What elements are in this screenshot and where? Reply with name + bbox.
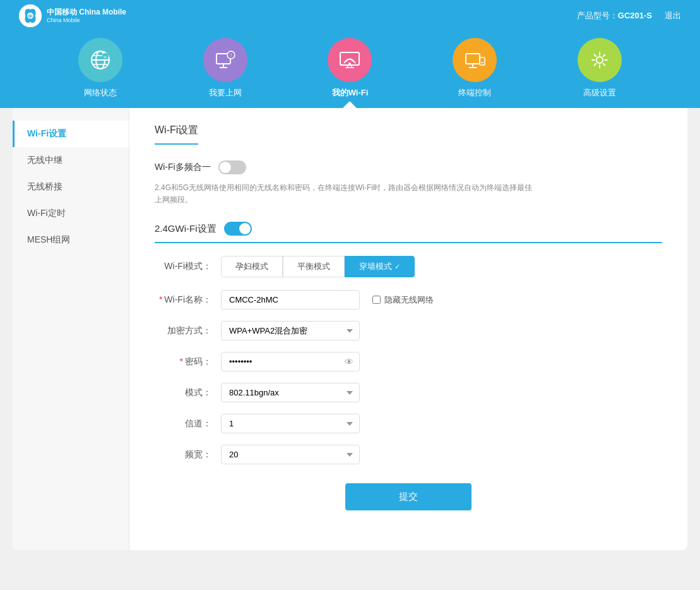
- band24-header: 2.4GWi-Fi设置: [155, 222, 662, 243]
- bandwidth-row: 频宽： 20 40 20/40: [155, 445, 662, 464]
- hide-wifi-row: 隐藏无线网络: [372, 294, 434, 306]
- nav-advanced[interactable]: 高级设置: [562, 38, 638, 108]
- svg-text:✏: ✏: [104, 55, 107, 59]
- mode-row: 模式： 802.11bgn/ax 802.11bgn 802.11n: [155, 383, 662, 402]
- bandwidth-label: 频宽：: [155, 449, 211, 461]
- nav-internet-icon: ↑: [203, 38, 247, 82]
- logo-area: 中 中国移动 China Mobile China Mobile: [19, 4, 126, 27]
- sidebar-item-wifi-timer[interactable]: Wi-Fi定时: [13, 200, 129, 227]
- mode-btn-balance[interactable]: 平衡模式: [283, 256, 345, 277]
- sidebar-item-mesh[interactable]: MESH组网: [13, 227, 129, 253]
- wifi-name-label: *Wi-Fi名称：: [155, 294, 211, 306]
- wifi-name-row: *Wi-Fi名称： 隐藏无线网络: [155, 290, 662, 310]
- band24-label: 2.4GWi-Fi设置: [155, 223, 217, 235]
- mode-select[interactable]: 802.11bgn/ax 802.11bgn 802.11n: [221, 383, 360, 402]
- product-info: 产品型号：GC201-S: [577, 10, 652, 21]
- svg-rect-22: [466, 54, 480, 64]
- mode-btn-mother[interactable]: 孕妇模式: [221, 256, 283, 277]
- logo-en-text: China Mobile: [47, 17, 126, 24]
- encrypt-select[interactable]: WPA+WPA2混合加密 WPA2 WPA 不加密: [221, 321, 360, 340]
- nav-advanced-label: 高级设置: [583, 87, 616, 99]
- svg-text:↑: ↑: [229, 52, 232, 58]
- password-label: *密码：: [155, 356, 211, 368]
- eye-icon[interactable]: 👁: [345, 357, 353, 367]
- page-title: Wi-Fi设置: [155, 124, 198, 145]
- svg-text:中: 中: [28, 14, 33, 20]
- mode-buttons-group: 孕妇模式 平衡模式 穿墙模式: [221, 256, 415, 277]
- header-right: 产品型号：GC201-S 退出: [577, 10, 681, 21]
- mode-btn-penetration[interactable]: 穿墙模式: [345, 256, 415, 277]
- nav-terminal-icon: [453, 38, 497, 82]
- wifi-mode-row: Wi-Fi模式： 孕妇模式 平衡模式 穿墙模式: [155, 256, 662, 277]
- svg-rect-25: [480, 57, 485, 65]
- sidebar-item-wireless-relay[interactable]: 无线中继: [13, 147, 129, 174]
- band24-toggle[interactable]: [224, 222, 252, 236]
- submit-button[interactable]: 提交: [345, 483, 472, 510]
- logo-circle: 中: [19, 4, 42, 27]
- mode-label: 模式：: [155, 387, 211, 399]
- multi-band-description: 2.4G和5G无线网络使用相同的无线名称和密码，在终端连接Wi-Fi时，路由器会…: [155, 182, 533, 206]
- main-nav: ✏ 网络状态 ↑ 我要上网: [0, 32, 700, 108]
- china-mobile-logo: 中: [19, 4, 42, 27]
- channel-row: 信道： 1 2 3 4 5 6 7 8 9 10 11 自动: [155, 414, 662, 433]
- svg-point-18: [348, 63, 351, 65]
- password-input[interactable]: [221, 352, 360, 371]
- nav-wifi-label: 我的Wi-Fi: [332, 87, 369, 99]
- encrypt-label: 加密方式：: [155, 325, 211, 337]
- nav-internet[interactable]: ↑ 我要上网: [187, 38, 263, 108]
- multi-band-label: Wi-Fi多频合一: [155, 162, 211, 173]
- multi-band-toggle[interactable]: [218, 160, 246, 174]
- svg-point-27: [596, 57, 603, 63]
- nav-network[interactable]: ✏ 网络状态: [62, 38, 138, 108]
- channel-label: 信道：: [155, 418, 211, 430]
- hide-wifi-checkbox[interactable]: [372, 296, 381, 304]
- nav-network-icon: ✏: [78, 38, 122, 82]
- channel-select[interactable]: 1 2 3 4 5 6 7 8 9 10 11 自动: [221, 414, 360, 433]
- nav-terminal-label: 终端控制: [458, 87, 491, 99]
- nav-network-label: 网络状态: [84, 87, 117, 99]
- wifi-name-input[interactable]: [221, 290, 360, 310]
- nav-terminal[interactable]: 终端控制: [437, 38, 513, 108]
- sidebar: Wi-Fi设置 无线中继 无线桥接 Wi-Fi定时 MESH组网: [13, 108, 129, 550]
- multi-band-row: Wi-Fi多频合一: [155, 160, 662, 174]
- header: 中 中国移动 China Mobile China Mobile 产品型号：GC…: [0, 0, 700, 32]
- password-wrapper: 👁: [221, 352, 360, 371]
- content-area: Wi-Fi设置 Wi-Fi多频合一 2.4G和5G无线网络使用相同的无线名称和密…: [129, 108, 687, 550]
- nav-wifi[interactable]: 我的Wi-Fi: [312, 38, 388, 108]
- nav-advanced-icon: [578, 38, 622, 82]
- nav-internet-label: 我要上网: [209, 87, 242, 99]
- wifi-mode-label: Wi-Fi模式：: [155, 261, 211, 272]
- sidebar-item-wireless-bridge[interactable]: 无线桥接: [13, 174, 129, 200]
- logo-cn-text: 中国移动 China Mobile: [47, 8, 126, 16]
- password-row: *密码： 👁: [155, 352, 662, 371]
- logout-link[interactable]: 退出: [665, 10, 681, 21]
- encrypt-row: 加密方式： WPA+WPA2混合加密 WPA2 WPA 不加密: [155, 321, 662, 340]
- sidebar-item-wifi-settings[interactable]: Wi-Fi设置: [13, 121, 129, 147]
- main-wrapper: Wi-Fi设置 无线中继 无线桥接 Wi-Fi定时 MESH组网 Wi-Fi设置…: [13, 108, 687, 550]
- hide-wifi-label: 隐藏无线网络: [384, 294, 434, 306]
- bandwidth-select[interactable]: 20 40 20/40: [221, 445, 360, 464]
- nav-wifi-icon: [328, 38, 372, 82]
